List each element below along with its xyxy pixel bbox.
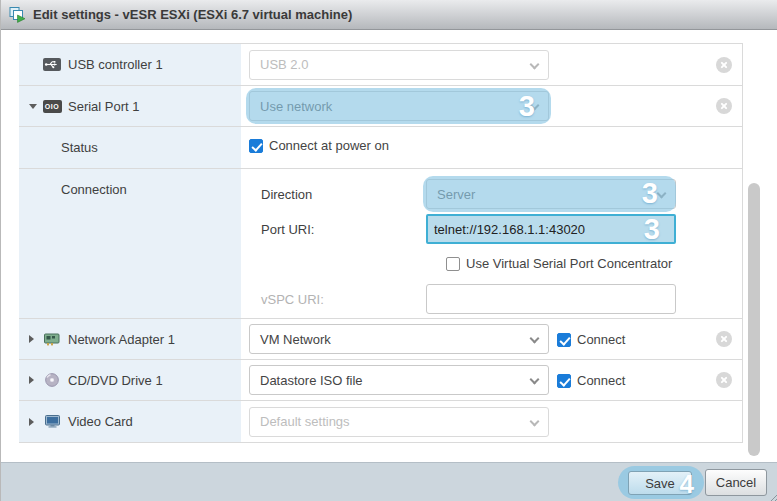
video-card-label-cell: Video Card <box>19 401 241 442</box>
usb-controller-label: USB controller 1 <box>68 57 163 72</box>
video-settings-select[interactable]: Default settings <box>249 407 549 437</box>
dialog-title: Edit settings - vESR ESXi (ESXi 6.7 virt… <box>33 7 352 22</box>
direction-select-value: Server <box>437 187 475 202</box>
network-adapter-icon <box>42 332 62 346</box>
status-content-cell: Connect at power on <box>241 127 742 168</box>
remove-serial-icon[interactable] <box>716 98 732 114</box>
row-cd-dvd-drive: CD/DVD Drive 1 Datastore ISO file Connec… <box>19 359 742 400</box>
usb-version-select[interactable]: USB 2.0 <box>249 50 549 80</box>
dialog-footer: Save 4 Cancel <box>1 462 777 501</box>
status-label: Status <box>61 140 98 155</box>
direction-select[interactable]: Server <box>426 179 676 209</box>
serial-connection-type-select[interactable]: Use network <box>249 91 549 121</box>
network-connect-label: Connect <box>577 332 625 347</box>
connect-at-power-on-checkbox[interactable] <box>249 139 263 153</box>
connect-at-power-on-label: Connect at power on <box>269 138 389 153</box>
network-select[interactable]: VM Network <box>249 324 549 354</box>
remove-network-adapter-icon[interactable] <box>716 331 732 347</box>
video-card-label: Video Card <box>68 414 133 429</box>
vspc-checkbox[interactable] <box>446 257 460 271</box>
network-adapter-label-cell: Network Adapter 1 <box>19 319 241 359</box>
chevron-down-icon <box>657 189 667 199</box>
network-select-value: VM Network <box>260 332 331 347</box>
vspc-uri-input[interactable] <box>426 284 676 314</box>
row-serial-connection: Connection Direction Server 3 <box>19 168 742 318</box>
vm-edit-icon <box>9 6 26 23</box>
cd-dvd-source-select[interactable]: Datastore ISO file <box>249 365 549 395</box>
cd-dvd-connect-checkbox[interactable] <box>557 374 571 388</box>
chevron-down-icon <box>530 416 540 426</box>
annotation-number-3: 3 <box>644 215 660 244</box>
cd-dvd-label: CD/DVD Drive 1 <box>68 373 163 388</box>
direction-label: Direction <box>261 187 426 202</box>
network-adapter-label: Network Adapter 1 <box>68 332 175 347</box>
network-adapter-content-cell: VM Network Connect <box>241 319 742 359</box>
cd-dvd-icon <box>42 373 62 387</box>
cancel-button[interactable]: Cancel <box>705 469 767 496</box>
expand-arrow-icon[interactable] <box>29 418 42 426</box>
cd-dvd-source-value: Datastore ISO file <box>260 373 363 388</box>
chevron-down-icon <box>530 101 540 111</box>
video-card-icon <box>42 415 62 429</box>
annotation-number-4: 4 <box>680 471 694 497</box>
hardware-table: USB controller 1 USB 2.0 OIO Serial Port… <box>19 43 743 443</box>
vspc-uri-label: vSPC URI: <box>261 292 426 307</box>
serial-port-icon: OIO <box>42 99 62 113</box>
vspc-checkbox-label: Use Virtual Serial Port Concentrator <box>466 256 672 271</box>
row-video-card: Video Card Default settings <box>19 400 742 442</box>
collapse-arrow-icon[interactable] <box>29 104 42 109</box>
row-serial-port: OIO Serial Port 1 Use network 3 <box>19 85 742 126</box>
video-card-content-cell: Default settings <box>241 401 742 442</box>
usb-version-select-value: USB 2.0 <box>260 57 308 72</box>
chevron-down-icon <box>530 334 540 344</box>
serial-port-content-cell: Use network 3 <box>241 86 742 126</box>
row-usb-controller: USB controller 1 USB 2.0 <box>19 43 742 85</box>
edit-settings-dialog: Edit settings - vESR ESXi (ESXi 6.7 virt… <box>0 0 777 501</box>
serial-connection-type-value: Use network <box>260 99 332 114</box>
cd-dvd-connect-label: Connect <box>577 373 625 388</box>
row-network-adapter: Network Adapter 1 VM Network Connect <box>19 318 742 359</box>
connection-content-cell: Direction Server 3 Port URI: <box>241 169 742 318</box>
chevron-down-icon <box>530 59 540 69</box>
remove-usb-icon[interactable] <box>716 57 732 73</box>
usb-controller-label-cell: USB controller 1 <box>19 44 241 85</box>
network-connect-checkbox[interactable] <box>557 333 571 347</box>
connection-label-cell: Connection <box>19 169 241 318</box>
video-settings-value: Default settings <box>260 414 350 429</box>
resize-grip[interactable] <box>767 490 777 500</box>
serial-port-label-cell: OIO Serial Port 1 <box>19 86 241 126</box>
port-uri-input[interactable] <box>426 214 676 244</box>
status-label-cell: Status <box>19 127 241 168</box>
expand-arrow-icon[interactable] <box>29 376 42 384</box>
expand-arrow-icon[interactable] <box>29 335 42 343</box>
usb-controller-content-cell: USB 2.0 <box>241 44 742 85</box>
annotation-highlight-step4: Save 4 <box>618 466 704 499</box>
cd-dvd-label-cell: CD/DVD Drive 1 <box>19 360 241 400</box>
serial-port-label: Serial Port 1 <box>68 99 140 114</box>
dialog-titlebar: Edit settings - vESR ESXi (ESXi 6.7 virt… <box>1 0 777 30</box>
vertical-scrollbar-thumb[interactable] <box>748 183 760 456</box>
usb-icon <box>42 58 62 72</box>
connection-label: Connection <box>61 182 127 197</box>
chevron-down-icon <box>530 375 540 385</box>
cd-dvd-content-cell: Datastore ISO file Connect <box>241 360 742 400</box>
row-serial-status: Status Connect at power on <box>19 126 742 168</box>
remove-cd-dvd-icon[interactable] <box>716 372 732 388</box>
port-uri-label: Port URI: <box>261 222 426 237</box>
